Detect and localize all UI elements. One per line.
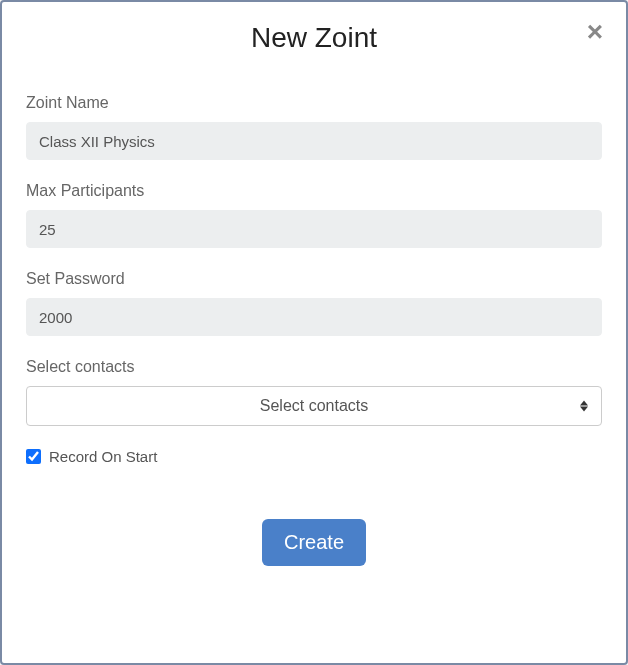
- new-zoint-modal: New Zoint × Zoint Name Max Participants …: [0, 0, 628, 665]
- set-password-input[interactable]: [26, 298, 602, 336]
- set-password-label: Set Password: [26, 270, 602, 288]
- modal-title: New Zoint: [26, 22, 602, 54]
- select-contacts-wrapper: Select contacts: [26, 386, 602, 426]
- max-participants-group: Max Participants: [26, 182, 602, 248]
- max-participants-input[interactable]: [26, 210, 602, 248]
- select-contacts-label: Select contacts: [26, 358, 602, 376]
- modal-footer: Create: [2, 519, 626, 591]
- select-contacts-group: Select contacts Select contacts: [26, 358, 602, 426]
- create-button[interactable]: Create: [262, 519, 366, 566]
- select-contacts-dropdown[interactable]: Select contacts: [26, 386, 602, 426]
- max-participants-label: Max Participants: [26, 182, 602, 200]
- record-on-start-checkbox[interactable]: [26, 449, 41, 464]
- zoint-name-label: Zoint Name: [26, 94, 602, 112]
- modal-header: New Zoint ×: [2, 2, 626, 66]
- record-on-start-row: Record On Start: [26, 448, 602, 465]
- record-on-start-label: Record On Start: [49, 448, 157, 465]
- modal-body: Zoint Name Max Participants Set Password…: [2, 66, 626, 519]
- set-password-group: Set Password: [26, 270, 602, 336]
- close-icon[interactable]: ×: [584, 22, 606, 44]
- zoint-name-group: Zoint Name: [26, 94, 602, 160]
- zoint-name-input[interactable]: [26, 122, 602, 160]
